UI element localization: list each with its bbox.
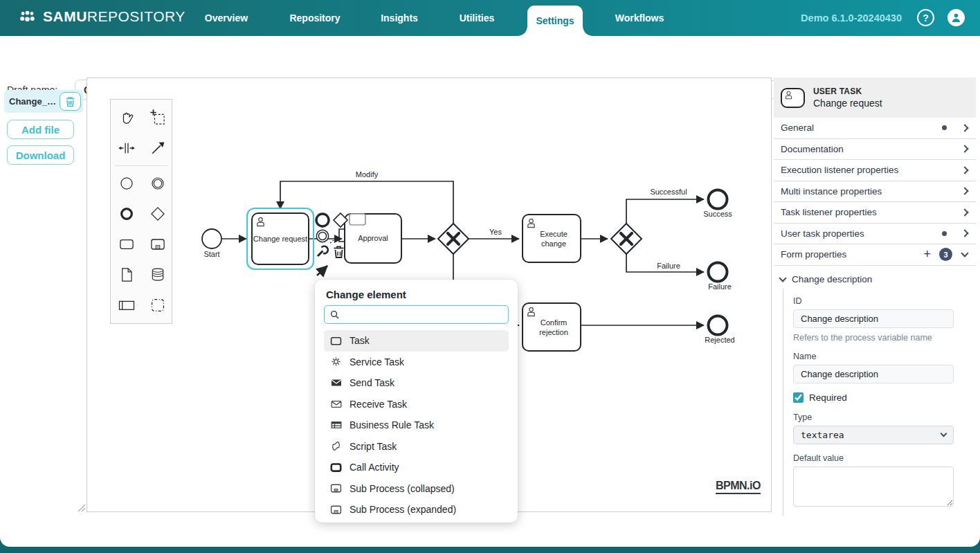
palette-participant[interactable] [111,290,142,320]
end-event-success[interactable] [709,190,727,209]
nav-item-settings-active[interactable]: Settings [527,6,583,36]
required-checkbox[interactable] [793,392,804,403]
menu-item-script-task[interactable]: Script Task [324,436,509,457]
context-pad-append-end-event[interactable] [316,214,329,226]
bpmn-io-watermark[interactable]: BPMN.iO [716,480,761,494]
default-value-textarea[interactable] [793,466,954,507]
section-multi-instance[interactable]: Multi instance properties [774,181,976,203]
type-select-value: textarea [801,430,844,440]
connect-icon [149,139,167,157]
properties-header: USER TASK Change request [774,78,976,118]
palette-hand-tool[interactable] [111,102,142,133]
nav-item-workflows[interactable]: Workflows [610,0,669,36]
trash-icon [65,96,75,107]
menu-item-receive-task[interactable]: Receive Task [324,394,509,415]
end-event-rejected[interactable] [709,316,727,335]
script-icon [330,440,342,452]
add-form-property-button[interactable]: + [923,247,931,262]
form-group-change-description[interactable]: Change description [774,266,976,289]
element-name-label: Change request [813,98,882,109]
help-icon[interactable]: ? [917,9,934,26]
palette-task[interactable] [111,229,142,260]
section-execution-listener[interactable]: Execution listener properties [774,160,976,181]
popup-search-input[interactable] [343,309,502,320]
palette-connect-tool[interactable] [142,133,173,163]
section-task-listener[interactable]: Task listener properties [774,202,976,224]
nav-item-insights[interactable]: Insights [376,0,423,36]
account-icon[interactable] [947,9,965,26]
id-input[interactable] [793,309,954,328]
name-label: Name [793,352,966,361]
menu-item-task[interactable]: Task [324,330,509,352]
filled-indicator-dot [942,231,947,236]
menu-item-label: Script Task [350,441,397,452]
context-pad-trash-icon[interactable] [334,246,344,257]
section-user-task-properties[interactable]: User task properties [774,224,976,245]
palette-data-store[interactable] [142,260,173,290]
type-select[interactable]: textarea [793,426,954,444]
gateway-2[interactable] [611,224,642,254]
chevron-right-icon [961,166,968,174]
account-person-icon [951,12,961,23]
menu-item-call-activity[interactable]: Call Activity [324,457,509,478]
palette-start-event[interactable] [111,168,142,199]
palette-group[interactable] [142,290,173,320]
palette-lasso-tool[interactable] [142,102,173,133]
chevron-right-icon [961,230,968,237]
flow-label-failure: Failure [657,262,680,270]
palette-space-tool[interactable] [111,133,142,163]
menu-item-send-task[interactable]: Send Task [324,372,509,394]
flow-label-modify: Modify [356,170,379,179]
context-pad-append-task[interactable] [350,214,365,225]
context-pad-append-annotation[interactable] [339,229,344,242]
delete-file-button[interactable] [60,92,81,111]
menu-item-label: Task [350,335,370,346]
menu-item-label: Sub Process (expanded) [350,504,456,515]
menu-item-business-rule-task[interactable]: Business Rule Task [324,415,509,436]
menu-item-label: Send Task [350,377,394,388]
palette-intermediate-event[interactable] [142,168,173,199]
nav-item-overview[interactable]: Overview [200,0,253,36]
start-event[interactable] [202,229,221,248]
sidebar-resize-handle[interactable] [76,502,86,512]
brand-logo[interactable]: SAMUREPOSITORY [19,8,185,25]
file-row[interactable]: Change_… [4,90,83,113]
brand-light: REPOSITORY [87,8,185,24]
version-label: Demo 6.1.0-20240430 [801,0,902,36]
popup-list: Task Service Task [315,330,518,520]
palette-gateway[interactable] [142,199,173,229]
id-label: ID [793,296,966,306]
menu-item-label: Call Activity [350,462,399,473]
section-label: Form properties [781,249,923,260]
gear-icon [330,356,342,368]
palette-data-object[interactable] [111,260,142,290]
context-pad-wrench-icon[interactable] [318,246,328,256]
menu-item-service-task[interactable]: Service Task [324,352,509,373]
flow-successful[interactable] [626,199,704,224]
task-icon [330,335,342,347]
end-event-failure[interactable] [709,263,727,282]
menu-item-label: Business Rule Task [350,419,434,430]
section-general[interactable]: General [774,118,976,139]
section-documentation[interactable]: Documentation [774,139,976,161]
menu-item-subprocess-collapsed[interactable]: Sub Process (collapsed) [324,478,509,500]
popup-search-box[interactable] [324,305,509,324]
nav-item-utilities[interactable]: Utilities [453,0,501,36]
user-task-badge-icon [781,88,805,108]
search-icon [330,310,339,319]
section-form-properties[interactable]: Form properties + 3 [774,244,976,266]
palette-subprocess[interactable] [142,229,173,260]
filled-indicator-dot [942,125,947,130]
chevron-down-icon [779,274,786,282]
gateway-1[interactable] [438,224,469,254]
context-pad-connect-tool[interactable] [317,266,327,275]
menu-item-subprocess-expanded[interactable]: Sub Process (expanded) [324,499,509,520]
name-input[interactable] [793,365,954,383]
palette-end-event[interactable] [111,199,142,229]
form-body: ID Refers to the process variable name N… [783,289,976,516]
chevron-down-icon [941,430,947,437]
top-nav: SAMUREPOSITORY Overview Repository Insig… [0,0,980,36]
nav-item-repository[interactable]: Repository [284,0,346,36]
download-button[interactable]: Download [7,145,74,165]
add-file-button[interactable]: Add file [7,120,74,139]
